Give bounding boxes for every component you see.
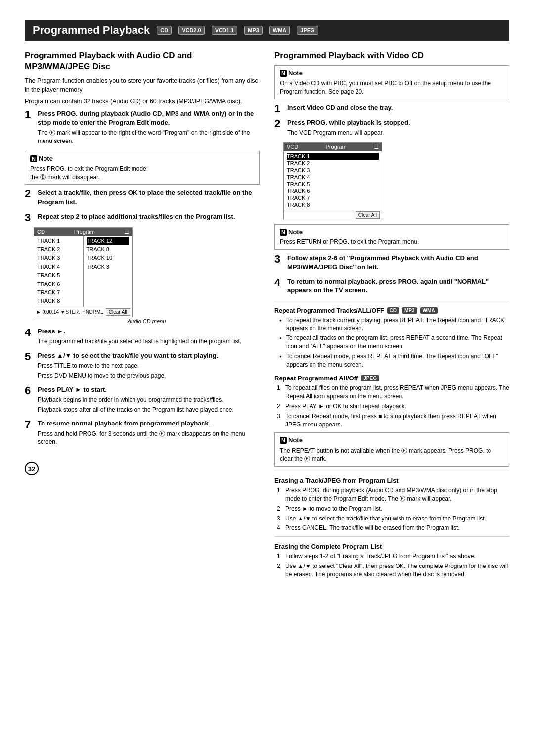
cd-track-1-6: TRACK 6	[37, 280, 80, 288]
step4-detail: The programmed track/file you selected l…	[38, 337, 260, 346]
cd-menu: CD Program ☰ TRACK 1 TRACK 2 TRACK 3 TRA…	[34, 227, 133, 317]
step3-bold: Repeat step 2 to place additional tracks…	[38, 212, 260, 221]
page-header: Programmed Playback CD VCD2.0 VCD1.1 MP3…	[25, 20, 509, 41]
cd-track-2-8	[87, 297, 130, 305]
repeat-badge-cd: CD	[387, 307, 399, 314]
step6: 6 Press PLAY ► to start. Playback begins…	[25, 385, 260, 416]
step7: 7 To resume normal playback from program…	[25, 419, 260, 448]
right-note-box-1: N Note On a Video CD with PBC, you must …	[274, 65, 509, 99]
step5-bold: Press ▲/▼ to select the track/file you w…	[38, 351, 260, 360]
vcd-menu-footer: Clear All	[284, 210, 382, 220]
repeat-jpeg-title: Repeat Programmed All/Off JPEG	[274, 375, 509, 382]
repeat-section: Repeat Programmed Tracks/ALL/OFF CD MP3 …	[274, 307, 509, 369]
cd-footer-time: ► 0:00:14	[36, 309, 59, 315]
left-section-title: Programmed Playback with Audio CD and MP…	[25, 50, 260, 72]
cd-footer-norm: ≡NORML	[83, 309, 103, 315]
step4: 4 Press ►. The programmed track/file you…	[25, 327, 260, 347]
step5-detail2: Press DVD MENU to move to the previous p…	[38, 372, 260, 380]
cd-menu-col1: TRACK 1 TRACK 2 TRACK 3 TRACK 4 TRACK 5 …	[34, 236, 84, 307]
repeat-bullet-2: To repeat all tracks on the program list…	[279, 334, 509, 351]
cd-track-1-1: TRACK 1	[37, 237, 80, 245]
note1-title: N Note	[30, 154, 254, 163]
vcd-track-5: TRACK 5	[287, 181, 379, 188]
badge-mp3: MP3	[244, 26, 263, 35]
vcd-header-icon: ☰	[374, 144, 379, 150]
vcd-track-1: TRACK 1	[287, 153, 379, 160]
repeat-jpeg-list: 1 To repeat all files on the program lis…	[274, 384, 509, 428]
cd-track-1-8: TRACK 8	[37, 297, 80, 305]
cd-menu-icon: ☰	[124, 229, 129, 235]
left-column: Programmed Playback with Audio CD and MP…	[25, 50, 260, 475]
step6-detail2: Playback stops after all of the tracks o…	[38, 406, 260, 414]
erase-track-item-4: 4 Press CANCEL. The track/file will be e…	[277, 524, 509, 532]
vcd-header-right: Program	[326, 144, 347, 150]
right-note2-title: N Note	[280, 228, 504, 236]
step1-content: Press PROG. during playback (Audio CD, M…	[38, 109, 260, 147]
vcd-menu-table: VCD Program ☰ TRACK 1 TRACK 2 TRACK 3 TR…	[283, 142, 382, 220]
cd-menu-col2: TRACK 12 TRACK 8 TRACK 10 TRACK 3	[84, 236, 133, 307]
repeat-bullet-3: To cancel Repeat mode, press REPEAT a th…	[279, 352, 509, 369]
repeat-bullets: To repeat the track currently playing, p…	[274, 316, 509, 369]
repeat-jpeg-section: Repeat Programmed All/Off JPEG 1 To repe…	[274, 375, 509, 428]
vcd-header-left: VCD	[287, 144, 298, 150]
right-step1-content: Insert Video CD and close the tray.	[287, 103, 509, 114]
cd-track-1-3: TRACK 3	[37, 254, 80, 262]
step7-num: 7	[25, 419, 34, 430]
right-column: Programmed Playback with Video CD N Note…	[274, 50, 509, 582]
step1-bold: Press PROG. during playback (Audio CD, M…	[38, 109, 260, 127]
badge-cd: CD	[157, 26, 172, 35]
erase-track-list: 1 Press PROG. during playback (Audio CD …	[274, 486, 509, 532]
repeat-jpeg-item-2: 2 Press PLAY ► or OK to start repeat pla…	[277, 402, 509, 411]
vcd-menu-body: TRACK 1 TRACK 2 TRACK 3 TRACK 4 TRACK 5 …	[284, 151, 382, 210]
page-number: 32	[25, 462, 39, 475]
step5: 5 Press ▲/▼ to select the track/file you…	[25, 351, 260, 381]
right-note2-text: Press RETURN or PROG. to exit the Progra…	[280, 238, 504, 246]
step2-bold: Select a track/file, then press OK to pl…	[38, 189, 260, 206]
right-note-icon-3: N	[280, 437, 287, 444]
repeat-jpeg-item-1: 1 To repeat all files on the program lis…	[277, 384, 509, 401]
vcd-track-6: TRACK 6	[287, 188, 379, 194]
page-title: Programmed Playback	[33, 24, 150, 37]
main-content: Programmed Playback with Audio CD and MP…	[25, 50, 509, 582]
cd-track-2-6	[87, 280, 130, 288]
step5-content: Press ▲/▼ to select the track/file you w…	[38, 351, 260, 381]
erase-complete-item-2: 2 Use ▲/▼ to select "Clear All", then pr…	[277, 562, 509, 579]
step4-bold: Press ►.	[38, 327, 260, 336]
vcd-menu-header: VCD Program ☰	[284, 143, 382, 151]
cd-track-2-1: TRACK 12	[87, 237, 130, 245]
step6-content: Press PLAY ► to start. Playback begins i…	[38, 385, 260, 416]
vcd-clear-all[interactable]: Clear All	[356, 211, 380, 219]
right-step3: 3 Follow steps 2-6 of "Programmed Playba…	[274, 254, 509, 273]
step1: 1 Press PROG. during playback (Audio CD,…	[25, 109, 260, 147]
erase-complete-list: 1 Follow steps 1-2 of "Erasing a Track/J…	[274, 552, 509, 578]
right-note-icon-2: N	[280, 229, 287, 236]
right-step1-bold: Insert Video CD and close the tray.	[287, 103, 509, 112]
right-step3-num: 3	[274, 254, 283, 265]
right-section-title: Programmed Playback with Video CD	[274, 50, 509, 61]
right-step1: 1 Insert Video CD and close the tray.	[274, 103, 509, 114]
erase-complete-item-1: 1 Follow steps 1-2 of "Erasing a Track/J…	[277, 552, 509, 561]
right-step2-bold: Press PROG. while playback is stopped.	[287, 118, 509, 127]
badge-jpeg: JPEG	[297, 26, 318, 35]
right-step3-content: Follow steps 2-6 of "Programmed Playback…	[287, 254, 509, 273]
right-note1-title: N Note	[280, 69, 504, 78]
cd-track-2-4: TRACK 3	[87, 263, 130, 271]
vcd-track-7: TRACK 7	[287, 194, 379, 201]
cd-menu-table: CD Program ☰ TRACK 1 TRACK 2 TRACK 3 TRA…	[34, 227, 260, 324]
vcd-track-4: TRACK 4	[287, 174, 379, 181]
erase-complete-section: Erasing the Complete Program List 1 Foll…	[274, 543, 509, 578]
step4-content: Press ►. The programmed track/file you s…	[38, 327, 260, 347]
step7-detail: Press and hold PROG. for 3 seconds until…	[38, 430, 260, 447]
cd-menu-footer: ► 0:00:14 ♥ STER. ≡NORML Clear All	[34, 307, 132, 317]
badge-wma: WMA	[269, 26, 290, 35]
repeat-badge-wma: WMA	[420, 307, 438, 314]
right-step2-num: 2	[274, 118, 283, 129]
repeat-badge-mp3: MP3	[402, 307, 417, 314]
cd-footer-ster: ♥ STER.	[61, 309, 80, 315]
step3: 3 Repeat step 2 to place additional trac…	[25, 212, 260, 223]
audio-cd-label: Audio CD menu	[34, 318, 260, 324]
right-step4-bold: To return to normal playback, press PROG…	[287, 277, 509, 295]
cd-track-2-3: TRACK 10	[87, 254, 130, 262]
cd-clear-all[interactable]: Clear All	[106, 308, 130, 316]
step7-content: To resume normal playback from programme…	[38, 419, 260, 448]
